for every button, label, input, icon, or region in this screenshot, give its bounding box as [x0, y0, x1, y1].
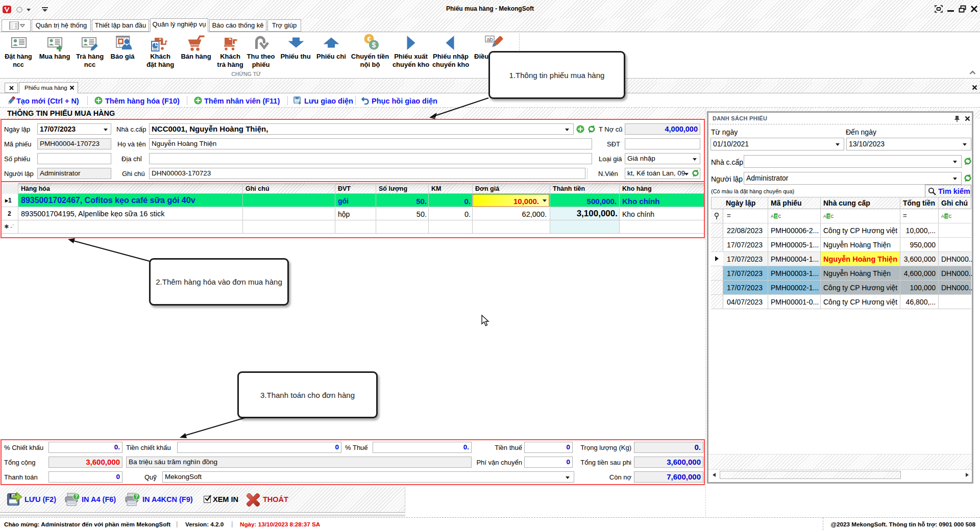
svg-text:C: C	[831, 214, 834, 219]
svg-text:B: B	[827, 214, 830, 219]
svg-text:C: C	[778, 214, 781, 219]
svg-text:€: €	[367, 35, 371, 43]
svg-text:B: B	[775, 214, 778, 219]
svg-text:C: C	[949, 214, 952, 219]
svg-text:B: B	[945, 214, 948, 219]
svg-text:$: $	[372, 41, 376, 49]
svg-text:?: ?	[135, 494, 138, 499]
svg-text:ab: ab	[487, 36, 493, 42]
svg-text:A: A	[823, 214, 826, 219]
svg-text:?: ?	[75, 494, 78, 499]
svg-text:A: A	[941, 214, 944, 219]
svg-text:A: A	[771, 214, 774, 219]
